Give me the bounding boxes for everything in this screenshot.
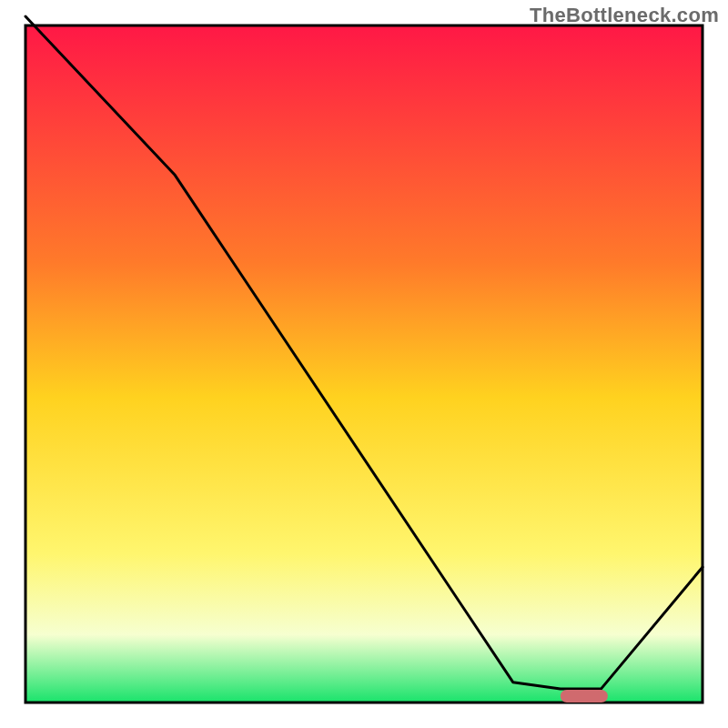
watermark-text: TheBottleneck.com xyxy=(530,4,719,27)
gradient-background xyxy=(25,25,703,703)
plot-area xyxy=(25,16,703,703)
bottleneck-chart: TheBottleneck.com xyxy=(0,0,728,728)
optimal-zone-marker xyxy=(561,690,608,703)
chart-svg xyxy=(0,0,728,728)
